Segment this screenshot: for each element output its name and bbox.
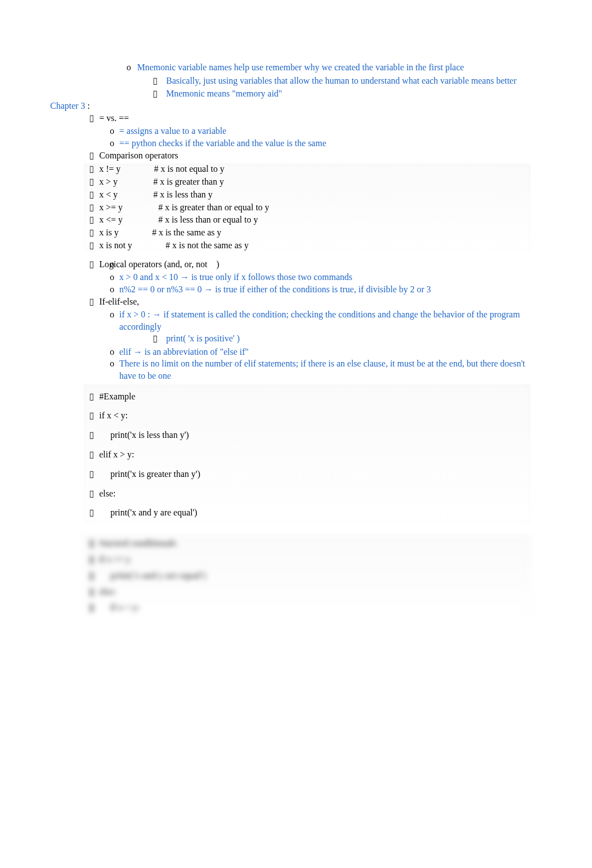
chapter-heading: Chapter 3 : [50,101,531,111]
bullet-icon: ▯ [84,258,99,271]
list-item: o if x > 0 : → if statement is called th… [104,308,531,332]
chapter-label: Chapter 3 [50,101,85,110]
bullet-circle-icon: o [120,61,137,74]
code: print('x and y are equal') [99,508,197,517]
bullet-icon: ▯ [144,88,166,100]
obscured-line: ▯ print('x and y are equal') [84,568,531,584]
list-item: ▯ Comparison operators [84,150,531,162]
bullet-circle-icon: o [104,358,120,370]
text: Mnemonic variable names help use remembe… [137,62,464,72]
code: x is y # x is the same as y [99,228,221,237]
text: Basically, just using variables that all… [166,76,517,85]
bullet-circle-icon: o [104,308,120,321]
text: = assigns a value to a variable [119,126,226,136]
bullet-circle-icon: o [104,283,120,296]
list-item: ▯ print( 'x is positive' ) [144,332,531,345]
list-item: ▯ Basically, just using variables that a… [144,75,531,87]
text: Mnemonic means "memory aid" [166,89,282,98]
list-item: o n%2 == 0 or n%3 == 0 → is true if eith… [104,283,531,296]
text: Comparison operators [99,151,178,160]
code-line: ▯elif x > y: [84,449,531,461]
obscured-preview: ▯#nested conditionals ▯if x == y ▯ print… [84,536,531,616]
code-block: ▯x != y # x is not equal to y ▯x > y # x… [84,163,531,252]
obscured-line: ▯ if x < y: [84,600,531,616]
bullet-icon: ▯ [84,488,99,500]
code-line: ▯ print('x is less than y') [84,430,531,441]
bullet-icon: ▯ [84,163,99,175]
list-item: ▯ = vs. == [84,112,531,124]
bullet-icon: ▯ [84,568,99,584]
code: #Example [99,392,135,401]
bullet-icon: ▯ [84,176,99,188]
code: print('x is less than y') [99,430,189,440]
bullet-icon: ▯ [84,600,99,616]
list-item: o = assigns a value to a variable [104,125,531,137]
code-line: ▯x is y # x is the same as y [84,227,531,239]
bullet-circle-icon: o [104,346,120,358]
text: x > 0 and x < 10 → is true only if x fol… [119,272,352,282]
code: else: [99,587,116,596]
code: x < y # x is less than y [99,190,212,199]
code-line: ▯#Example [84,391,531,403]
code-line: ▯x <= y # x is less than or equal to y [84,214,531,226]
list-item: ▯ Mnemonic means "memory aid" [144,88,531,100]
code: x != y # x is not equal to y [99,164,225,173]
code: if x == y [99,554,130,564]
obscured-line: ▯if x == y [84,552,531,568]
bullet-icon: ▯ [84,214,99,226]
code-line: ▯x >= y # x is greater than or equal to … [84,202,531,214]
bullet-icon: ▯ [84,507,99,519]
bullet-icon: ▯ [84,469,99,480]
text: n%2 == 0 or n%3 == 0 → is true if either… [119,284,431,294]
bullet-circle-icon: o [104,125,120,137]
obscured-line: ▯#nested conditionals [84,536,531,552]
code-line: ▯ print('x and y are equal') [84,507,531,519]
bullet-icon: ▯ [84,150,99,162]
bullet-circle-icon: o [104,271,120,283]
code: elif x > y: [99,450,134,459]
code-line: ▯if x < y: [84,410,531,422]
code: else: [99,489,115,498]
code: #nested conditionals [99,538,176,548]
colon: : [85,101,90,110]
text: elif → is an abbreviation of "else if" [119,347,249,356]
bullet-icon: ▯ [84,227,99,239]
text: Logical operators (and, or, not ) [99,259,219,269]
bullet-icon: ▯ [84,552,99,568]
code-line: ▯else: [84,488,531,500]
code: x > y # x is greater than y [99,177,224,186]
text: == python checks if the variable and the… [119,138,326,148]
code: if x < y: [99,602,139,612]
bullet-icon: ▯ [84,296,99,308]
bullet-icon: ▯ [84,584,99,600]
bullet-icon: ▯ [84,410,99,422]
code-line: ▯ print('x is greater than y') [84,469,531,480]
title-pre: Logical operators (and, or, not [99,259,207,269]
bullet-icon: ▯ [84,391,99,403]
list-item: o There is no limit on the number of eli… [104,358,531,382]
text: = vs. == [99,113,129,123]
code: x >= y # x is greater than or equal to y [99,202,269,212]
list-item: ▯ If-elif-else, [84,296,531,308]
bullet-icon: ▯ [84,202,99,214]
list-item: o x > 0 and x < 10 → is true only if x f… [104,271,531,283]
bullet-icon: ▯ [144,332,166,345]
code: x is not y # x is not the same as y [99,240,249,250]
list-item: o Mnemonic variable names help use remem… [120,61,531,74]
bullet-icon: ▯ [84,189,99,201]
title-post: ) [216,259,219,269]
bullet-icon: ▯ [84,449,99,461]
bullet-icon: ▯ [84,536,99,552]
bullet-icon: ▯ [144,75,166,87]
list-item: ▯ Logical operators (and, or, not ) [84,258,531,271]
text: If-elif-else, [99,297,139,306]
text: if x > 0 : → if statement is called the … [119,310,520,331]
code: if x < y: [99,411,128,420]
code: print('x is greater than y') [99,469,200,479]
list-item: o elif → is an abbreviation of "else if" [104,346,531,358]
code: print('x and y are equal') [99,571,206,580]
page-content: o Mnemonic variable names help use remem… [0,0,592,639]
bullet-circle-icon: o [104,137,120,150]
bullet-icon: ▯ [84,112,99,124]
bullet-icon: ▯ [84,240,99,252]
